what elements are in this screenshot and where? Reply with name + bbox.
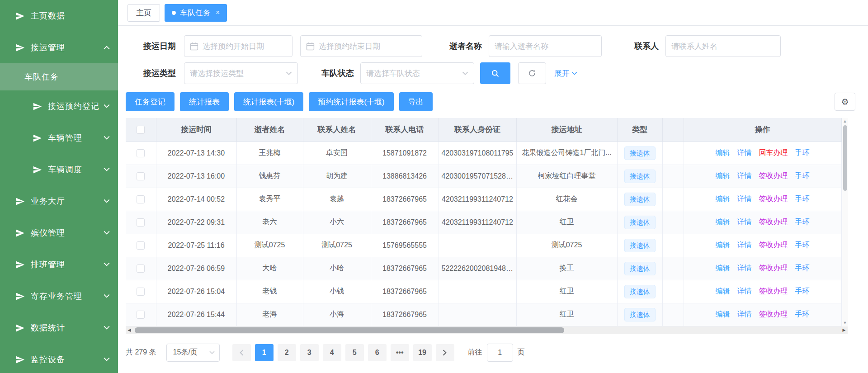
scroll-right-icon[interactable]: ▶ <box>840 328 848 332</box>
action-link-签收办理[interactable]: 签收办理 <box>759 218 788 226</box>
sidebar-item-接运管理[interactable]: 接运管理 <box>0 32 118 63</box>
toolbar-button-任务登记[interactable]: 任务登记 <box>126 92 175 111</box>
action-link-签收办理[interactable]: 签收办理 <box>759 287 788 295</box>
next-page-button[interactable] <box>436 344 454 361</box>
action-link-签收办理[interactable]: 签收办理 <box>759 310 788 318</box>
action-link-手环[interactable]: 手环 <box>795 195 810 203</box>
scroll-left-icon[interactable]: ◀ <box>126 328 133 332</box>
sidebar-item-数据统计[interactable]: 数据统计 <box>0 312 118 344</box>
fleet-task-table: 接运时间逝者姓名联系人姓名联系人电话联系人身份证接运地址类型操作 2022-07… <box>126 118 855 326</box>
date-start-placeholder: 选择预约开始日期 <box>203 41 264 52</box>
page-button-5[interactable]: 5 <box>345 344 364 361</box>
tab-fleet-tasks[interactable]: 车队任务 × <box>165 4 227 22</box>
page-button-1[interactable]: 1 <box>255 344 274 361</box>
page-button-3[interactable]: 3 <box>300 344 319 361</box>
select-all-checkbox[interactable] <box>137 126 145 134</box>
action-link-详情[interactable]: 详情 <box>737 195 752 203</box>
row-checkbox[interactable] <box>137 311 145 319</box>
row-checkbox[interactable] <box>137 288 145 296</box>
action-link-详情[interactable]: 详情 <box>737 241 752 249</box>
date-start-input[interactable]: 选择预约开始日期 <box>184 35 292 57</box>
action-link-编辑[interactable]: 编辑 <box>716 218 730 226</box>
contact-input[interactable]: 请联系人姓名 <box>665 35 781 57</box>
action-link-详情[interactable]: 详情 <box>737 172 752 179</box>
vertical-scroll-thumb[interactable] <box>843 125 847 191</box>
sidebar-item-车辆调度[interactable]: 车辆调度 <box>0 154 118 185</box>
page-button-4[interactable]: 4 <box>323 344 341 361</box>
column-settings-button[interactable]: ⚙ <box>835 93 855 111</box>
page-size-select[interactable]: 15条/页 <box>166 344 220 362</box>
action-link-编辑[interactable]: 编辑 <box>716 287 730 295</box>
close-icon[interactable]: × <box>216 9 220 16</box>
horizontal-scrollbar[interactable]: ◀ ▶ <box>126 326 848 334</box>
page-button-6[interactable]: 6 <box>368 344 387 361</box>
sidebar-item-车队任务[interactable]: 车队任务 <box>0 63 118 90</box>
toolbar-button-统计报表(十堰)[interactable]: 统计报表(十堰) <box>234 92 303 111</box>
row-checkbox[interactable] <box>137 264 145 273</box>
action-link-详情[interactable]: 详情 <box>737 264 752 272</box>
sidebar-item-label: 主页数据 <box>31 10 104 21</box>
action-link-手环[interactable]: 手环 <box>795 287 810 295</box>
action-link-编辑[interactable]: 编辑 <box>716 149 730 156</box>
date-end-input[interactable]: 选择预约结束日期 <box>300 35 422 57</box>
action-link-详情[interactable]: 详情 <box>737 287 752 295</box>
page-button-2[interactable]: 2 <box>278 344 296 361</box>
toolbar-button-统计报表[interactable]: 统计报表 <box>180 92 229 111</box>
action-link-回车办理[interactable]: 回车办理 <box>759 149 788 156</box>
action-link-详情[interactable]: 详情 <box>737 149 752 156</box>
action-link-手环[interactable]: 手环 <box>795 218 810 226</box>
cell-address: 红卫 <box>516 280 617 303</box>
expand-link[interactable]: 展开 <box>554 68 577 79</box>
vertical-scrollbar[interactable]: ▲ ▼ <box>842 118 848 326</box>
row-checkbox[interactable] <box>137 195 145 203</box>
transfer-type-select[interactable]: 请选择接运类型 <box>184 62 298 84</box>
toolbar-button-导出[interactable]: 导出 <box>399 92 433 111</box>
sidebar-item-寄存业务管理[interactable]: 寄存业务管理 <box>0 280 118 312</box>
action-link-手环[interactable]: 手环 <box>795 241 810 249</box>
sidebar-item-车辆管理[interactable]: 车辆管理 <box>0 122 118 154</box>
action-link-编辑[interactable]: 编辑 <box>716 264 730 272</box>
goto-page-input[interactable] <box>487 344 513 362</box>
more-pages-button[interactable]: ••• <box>391 344 409 361</box>
sidebar-item-排班管理[interactable]: 排班管理 <box>0 249 118 280</box>
row-checkbox[interactable] <box>137 241 145 250</box>
cell-actions: 编辑详情签收办理手环 <box>684 188 841 211</box>
action-link-签收办理[interactable]: 签收办理 <box>759 195 788 203</box>
sidebar-item-label: 车辆管理 <box>48 132 104 143</box>
cell-phone: 18372667965 <box>371 211 439 234</box>
action-link-详情[interactable]: 详情 <box>737 218 752 226</box>
action-link-签收办理[interactable]: 签收办理 <box>759 172 788 179</box>
action-link-手环[interactable]: 手环 <box>795 149 810 156</box>
action-link-编辑[interactable]: 编辑 <box>716 172 730 179</box>
row-checkbox[interactable] <box>137 172 145 180</box>
action-link-签收办理[interactable]: 签收办理 <box>759 264 788 272</box>
refresh-button[interactable] <box>518 62 546 84</box>
search-button[interactable] <box>480 62 510 84</box>
scroll-up-icon[interactable]: ▲ <box>843 118 847 124</box>
toolbar-button-预约统计报表(十堰)[interactable]: 预约统计报表(十堰) <box>309 92 393 111</box>
sidebar-item-业务大厅[interactable]: 业务大厅 <box>0 185 118 217</box>
action-link-编辑[interactable]: 编辑 <box>716 195 730 203</box>
chevron-down-icon <box>286 71 292 76</box>
action-link-手环[interactable]: 手环 <box>795 264 810 272</box>
table-row: 2022-07-13 14:30王兆梅卓安国158710918724203031… <box>126 142 841 165</box>
horizontal-scroll-thumb[interactable] <box>135 327 564 333</box>
action-link-编辑[interactable]: 编辑 <box>716 241 730 249</box>
fleet-status-select[interactable]: 请选择车队状态 <box>360 62 474 84</box>
row-checkbox[interactable] <box>137 218 145 227</box>
sidebar-item-监控设备[interactable]: 监控设备 <box>0 344 118 373</box>
sidebar-item-接运预约登记[interactable]: 接运预约登记 <box>0 90 118 122</box>
prev-page-button[interactable] <box>232 344 251 361</box>
action-link-手环[interactable]: 手环 <box>795 172 810 179</box>
deceased-name-input[interactable]: 请输入逝者名称 <box>489 35 602 57</box>
action-link-手环[interactable]: 手环 <box>795 310 810 318</box>
action-link-详情[interactable]: 详情 <box>737 310 752 318</box>
tab-home[interactable]: 主页 <box>127 4 160 22</box>
action-link-签收办理[interactable]: 签收办理 <box>759 241 788 249</box>
page-button-19[interactable]: 19 <box>413 344 432 361</box>
action-link-编辑[interactable]: 编辑 <box>716 310 730 318</box>
row-checkbox[interactable] <box>137 149 145 157</box>
sidebar-item-殡仪管理[interactable]: 殡仪管理 <box>0 217 118 249</box>
sidebar-item-主页数据[interactable]: 主页数据 <box>0 0 118 32</box>
scroll-down-icon[interactable]: ▼ <box>843 320 847 326</box>
